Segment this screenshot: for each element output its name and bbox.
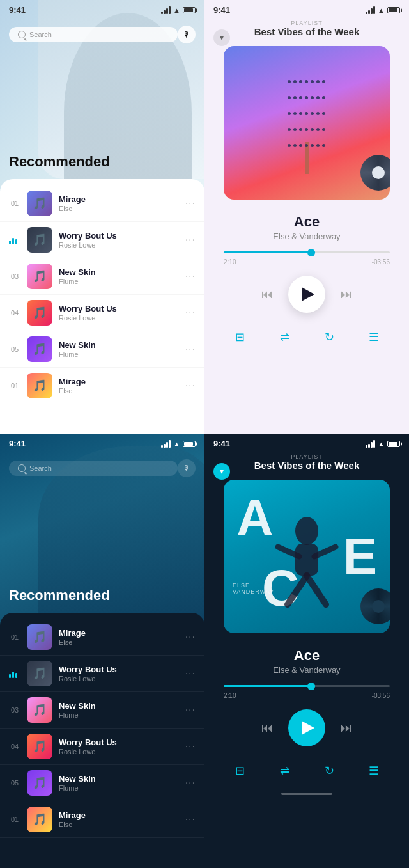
track-row[interactable]: 01 🎵 Mirage Else ··· [0, 185, 204, 222]
track-row[interactable]: 04 🎵 Worry Bout Us Rosie Lowe ··· [0, 729, 204, 765]
rewind-button[interactable]: ⏮ [261, 722, 273, 735]
track-row[interactable]: 🎵 Worry Bout Us Rosie Lowe ··· [0, 222, 204, 258]
track-title: Worry Bout Us [59, 738, 179, 747]
progress-bar[interactable] [224, 251, 390, 253]
track-artwork: 🎵 [27, 264, 52, 289]
track-more-button[interactable]: ··· [185, 631, 196, 643]
battery-icon [387, 441, 400, 447]
track-more-button[interactable]: ··· [185, 704, 196, 716]
track-number: 01 [9, 382, 20, 390]
play-pause-button[interactable] [288, 709, 325, 746]
forward-button[interactable]: ⏭ [341, 288, 352, 301]
track-artwork: 🎵 [27, 373, 52, 398]
search-input[interactable]: Search [9, 461, 178, 476]
repeat-button[interactable]: ↻ [318, 759, 341, 782]
shuffle-button[interactable]: ⇌ [273, 759, 296, 782]
status-time: 9:41 [213, 5, 230, 15]
mic-button[interactable]: 🎙 [178, 26, 196, 43]
dark-music-list-panel: 9:41 ▲ Search 🎙 Recommended 01 🎵 [0, 434, 204, 868]
track-artwork: 🎵 [27, 697, 52, 723]
track-artwork: 🎵 [27, 624, 52, 650]
forward-button[interactable]: ⏭ [341, 722, 352, 735]
progress-bar[interactable] [224, 685, 390, 687]
track-number: 05 [9, 345, 20, 353]
track-artist: Else [59, 387, 179, 395]
total-time: -03:56 [372, 692, 390, 699]
track-info: Mirage Else [59, 810, 179, 828]
track-row[interactable]: 01 🎵 Mirage Else ··· [0, 801, 204, 838]
current-time: 2:10 [224, 258, 236, 265]
svg-rect-1 [295, 544, 318, 576]
track-artist: Flume [59, 351, 179, 358]
track-artist: Flume [59, 784, 179, 792]
mic-button[interactable]: 🎙 [178, 459, 196, 477]
track-artwork: 🎵 [27, 336, 52, 362]
track-list: 01 🎵 Mirage Else ··· 🎵 Worry Bout Us Ros [0, 613, 204, 868]
track-row[interactable]: 03 🎵 New Skin Flume ··· [0, 258, 204, 295]
track-more-button[interactable]: ··· [185, 741, 196, 752]
track-more-button[interactable]: ··· [185, 668, 196, 679]
track-row[interactable]: 🎵 Worry Bout Us Rosie Lowe ··· [0, 656, 204, 692]
track-info: New Skin Flume [59, 267, 179, 285]
track-row[interactable]: 04 🎵 Worry Bout Us Rosie Lowe ··· [0, 295, 204, 331]
add-to-playlist-button[interactable]: ☰ [362, 759, 385, 782]
track-more-button[interactable]: ··· [185, 271, 196, 282]
status-icons: ▲ [366, 6, 400, 14]
track-more-button[interactable]: ··· [185, 198, 196, 209]
track-artwork: 🎵 [27, 734, 52, 759]
svg-line-2 [288, 576, 307, 604]
signal-icon [366, 6, 375, 14]
current-time: 2:10 [224, 692, 236, 699]
track-artist: Rosie Lowe [59, 241, 179, 249]
track-info: Worry Bout Us Rosie Lowe [59, 304, 179, 322]
equalizer-icon [9, 235, 20, 244]
track-row[interactable]: 01 🎵 Mirage Else ··· [0, 619, 204, 656]
song-artist: Else & Vanderway [204, 232, 409, 241]
light-player-panel: 9:41 ▲ ▾ PLAYLIST Best Vibes of the Week [204, 0, 409, 434]
shuffle-button[interactable]: ⇌ [273, 326, 296, 349]
track-artist: Else [59, 638, 179, 646]
progress-handle[interactable] [307, 683, 315, 690]
track-row[interactable]: 03 🎵 New Skin Flume ··· [0, 692, 204, 729]
album-artwork [224, 46, 390, 200]
track-more-button[interactable]: ··· [185, 343, 196, 355]
wifi-icon: ▲ [173, 6, 180, 14]
play-pause-button[interactable] [288, 276, 325, 313]
track-info: New Skin Flume [59, 340, 179, 358]
track-row[interactable]: 05 🎵 New Skin Flume ··· [0, 765, 204, 801]
progress-fill [224, 685, 315, 687]
track-artist: Else [59, 821, 179, 828]
search-input[interactable]: Search [9, 27, 178, 42]
track-number: 04 [9, 743, 20, 750]
track-number: 05 [9, 779, 20, 787]
recommended-title: Recommended [9, 154, 110, 170]
svg-line-3 [307, 576, 326, 604]
track-title: Worry Bout Us [59, 231, 179, 241]
track-artist: Rosie Lowe [59, 675, 179, 683]
track-row[interactable]: 01 🎵 Mirage Else ··· [0, 368, 204, 404]
track-more-button[interactable]: ··· [185, 307, 196, 319]
track-more-button[interactable]: ··· [185, 234, 196, 246]
add-to-playlist-button[interactable]: ☰ [362, 326, 385, 349]
progress-handle[interactable] [307, 249, 315, 256]
track-number: 03 [9, 272, 20, 280]
bookmark-button[interactable]: ⊟ [228, 326, 251, 349]
track-list: 01 🎵 Mirage Else ··· 🎵 Worry Bout Us [0, 179, 204, 434]
track-number [9, 235, 20, 244]
search-placeholder: Search [29, 31, 52, 38]
track-title: Worry Bout Us [59, 304, 179, 313]
track-number: 01 [9, 200, 20, 207]
track-more-button[interactable]: ··· [185, 777, 196, 789]
rewind-button[interactable]: ⏮ [261, 288, 273, 301]
song-artist: Else & Vanderway [204, 665, 409, 675]
track-row[interactable]: 05 🎵 New Skin Flume ··· [0, 331, 204, 368]
track-more-button[interactable]: ··· [185, 380, 196, 391]
repeat-button[interactable]: ↻ [318, 326, 341, 349]
track-title: Mirage [59, 377, 179, 386]
track-more-button[interactable]: ··· [185, 814, 196, 825]
battery-icon [183, 441, 196, 447]
bookmark-button[interactable]: ⊟ [228, 759, 251, 782]
track-number [9, 669, 20, 678]
track-title: Mirage [59, 628, 179, 638]
playlist-label-text: PLAYLIST [213, 20, 400, 26]
